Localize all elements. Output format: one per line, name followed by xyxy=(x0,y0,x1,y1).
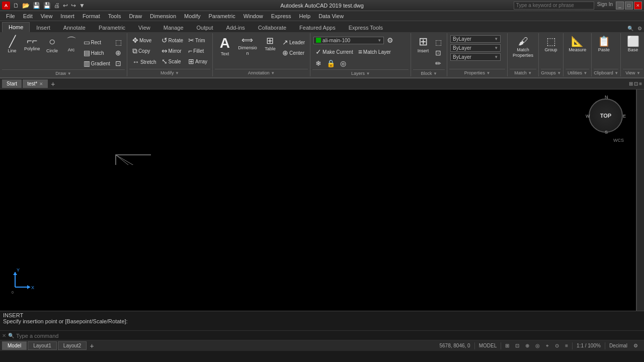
tab-close-icon[interactable]: ✕ xyxy=(39,81,43,86)
tool-gradient[interactable]: ▥ Gradient xyxy=(82,58,112,68)
tool-match-layer[interactable]: ≡ Match Layer xyxy=(356,47,393,57)
menu-express[interactable]: Express xyxy=(267,12,295,20)
snap-btn[interactable]: ⊞ xyxy=(503,343,511,348)
tool-region[interactable]: ⊕ xyxy=(113,48,124,58)
tool-mirror[interactable]: ⇔ Mirror xyxy=(159,46,185,56)
view-dropdown-arrow[interactable]: ▼ xyxy=(636,71,640,75)
menu-draw[interactable]: Draw xyxy=(125,12,146,20)
modify-dropdown-arrow[interactable]: ▼ xyxy=(175,71,179,75)
tool-bedit[interactable]: ✏ xyxy=(433,58,444,68)
tool-move[interactable]: ✥ Move xyxy=(130,35,158,45)
tool-freeze[interactable]: ❄ xyxy=(313,58,324,68)
lineweight-dropdown-arrow[interactable]: ▼ xyxy=(494,55,498,59)
polar-btn[interactable]: ◎ xyxy=(533,343,542,348)
qat-print[interactable]: 🖨 xyxy=(53,2,61,10)
osnap-btn[interactable]: ⌖ xyxy=(544,343,551,349)
qat-undo[interactable]: ↩ xyxy=(62,2,69,10)
menu-modify[interactable]: Modify xyxy=(180,12,204,20)
layout-tab-layout2[interactable]: Layout2 xyxy=(58,341,87,350)
tool-hatch[interactable]: ▤ Hatch xyxy=(82,48,112,58)
layout-add-button[interactable]: + xyxy=(88,342,96,350)
layer-dropdown[interactable]: ali-main-100 ▼ xyxy=(313,37,384,44)
tool-copy[interactable]: ⧉ Copy xyxy=(130,46,158,56)
tool-fillet[interactable]: ⌐ Fillet xyxy=(186,46,209,56)
tool-table[interactable]: ⊞ Table xyxy=(261,35,279,53)
tool-stretch[interactable]: ↔ Stretch xyxy=(130,57,158,67)
tool-line[interactable]: ╱ Line xyxy=(3,35,21,55)
tool-center[interactable]: ⊕ Center xyxy=(280,48,307,58)
tool-circle[interactable]: ○ Circle xyxy=(43,35,61,55)
qat-new[interactable]: 🗋 xyxy=(12,2,20,10)
color-dropdown-arrow[interactable]: ▼ xyxy=(494,37,498,41)
menu-dataview[interactable]: Data View xyxy=(314,12,348,20)
menu-window[interactable]: Window xyxy=(239,12,267,20)
menu-help[interactable]: Help xyxy=(295,12,315,20)
minimize-button[interactable]: _ xyxy=(616,2,624,10)
right-scrollbar[interactable] xyxy=(636,89,644,311)
tool-paste[interactable]: 📋 Paste xyxy=(595,35,613,54)
tab-start[interactable]: Start xyxy=(2,79,22,88)
tool-make-current[interactable]: ✓ Make Current xyxy=(313,47,355,57)
tool-lock[interactable]: 🔒 xyxy=(325,58,337,68)
tab-add-button[interactable]: + xyxy=(49,80,57,88)
tab-featuredapps[interactable]: Featured Apps xyxy=(293,23,342,32)
command-input[interactable] xyxy=(16,333,642,339)
block-dropdown-arrow[interactable]: ▼ xyxy=(433,71,437,76)
tool-boundary[interactable]: ⬚ xyxy=(113,37,124,47)
grid-btn[interactable]: ⊡ xyxy=(513,343,521,348)
qat-more[interactable]: ▼ xyxy=(78,2,86,10)
linetype-dropdown[interactable]: ByLayer ▼ xyxy=(450,44,501,52)
match-dropdown-arrow[interactable]: ▼ xyxy=(528,71,532,75)
tool-scale[interactable]: ⤡ Scale xyxy=(159,56,185,66)
tool-text[interactable]: A Text xyxy=(216,35,234,58)
ribbon-settings[interactable]: ⚙ xyxy=(635,25,644,32)
tab-expresstools[interactable]: Express Tools xyxy=(342,23,389,32)
menu-file[interactable]: File xyxy=(2,12,19,20)
menu-tools[interactable]: Tools xyxy=(104,12,125,20)
tab-parametric[interactable]: Parametric xyxy=(92,23,132,32)
menu-dimension[interactable]: Dimension xyxy=(146,12,180,20)
menu-insert[interactable]: Insert xyxy=(56,12,78,20)
tool-rotate[interactable]: ↺ Rotate xyxy=(159,35,185,45)
tool-array[interactable]: ⊞ Array xyxy=(186,56,209,66)
tab-testdwg[interactable]: test* ✕ xyxy=(23,79,48,88)
annotation-dropdown-arrow[interactable]: ▼ xyxy=(271,71,275,75)
linetype-dropdown-arrow[interactable]: ▼ xyxy=(494,46,498,50)
close-button[interactable]: ✕ xyxy=(634,2,642,10)
layout-tab-layout1[interactable]: Layout1 xyxy=(28,341,57,350)
color-dropdown[interactable]: ByLayer ▼ xyxy=(450,35,501,43)
tool-group[interactable]: ⬚ Group xyxy=(542,35,560,54)
tool-base[interactable]: ⬜ Base xyxy=(624,35,642,54)
layers-dropdown-arrow[interactable]: ▼ xyxy=(366,71,370,76)
tab-insert[interactable]: Insert xyxy=(30,23,57,32)
tool-match-properties[interactable]: 🖌 MatchProperties xyxy=(511,35,535,59)
model-label[interactable]: MODEL xyxy=(477,343,499,348)
menu-parametric[interactable]: Parametric xyxy=(204,12,239,20)
tool-create-block[interactable]: ⬚ xyxy=(433,37,444,47)
lineweight-btn[interactable]: ≡ xyxy=(563,343,570,348)
search-input[interactable] xyxy=(514,2,594,10)
tool-measure[interactable]: 📐 Measure xyxy=(567,35,588,54)
utilities-dropdown-arrow[interactable]: ▼ xyxy=(583,71,587,75)
tab-manage[interactable]: Manage xyxy=(157,23,190,32)
tool-arc[interactable]: ⌒ Arc xyxy=(62,35,80,54)
cmd-search-icon[interactable]: 🔍 xyxy=(8,333,14,338)
view-control-1[interactable]: ⊞ xyxy=(629,81,633,86)
tool-dimension[interactable]: ⟺ Dimension xyxy=(235,35,260,57)
layer-dropdown-arrow[interactable]: ▼ xyxy=(377,38,381,43)
tool-polyline[interactable]: ⌐⌐ Polyline xyxy=(22,35,42,53)
tab-output[interactable]: Output xyxy=(190,23,220,32)
signin-link[interactable]: Sign In xyxy=(597,2,613,10)
layout-tab-model[interactable]: Model xyxy=(2,341,27,350)
properties-dropdown-arrow[interactable]: ▼ xyxy=(486,71,490,75)
tab-view[interactable]: View xyxy=(132,23,157,32)
vertical-scrollbar[interactable] xyxy=(636,89,643,311)
qat-redo[interactable]: ↪ xyxy=(70,2,77,10)
tool-wblock[interactable]: ⊡ xyxy=(433,48,444,58)
tool-wipeout[interactable]: ⊡ xyxy=(113,58,124,68)
ortho-btn[interactable]: ⊕ xyxy=(523,343,531,348)
tab-addins[interactable]: Add-ins xyxy=(220,23,252,32)
ribbon-search[interactable]: 🔍 xyxy=(625,25,635,32)
layer-manager[interactable]: ⚙ xyxy=(385,35,395,45)
view-control-2[interactable]: ⊡ xyxy=(634,81,638,86)
